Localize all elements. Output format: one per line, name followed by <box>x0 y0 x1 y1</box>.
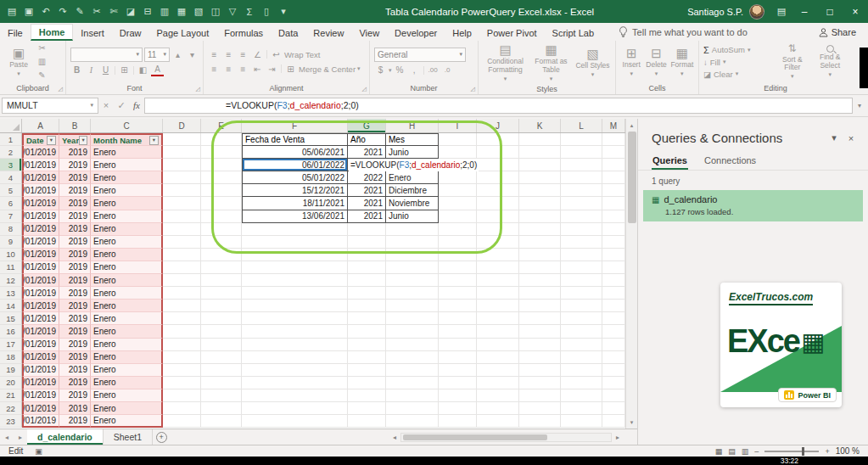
cell-I7[interactable] <box>439 210 477 223</box>
cell-F17[interactable] <box>242 339 348 351</box>
cell-C4[interactable]: Enero <box>91 171 163 184</box>
increase-indent-icon[interactable]: ⇥ <box>266 63 278 75</box>
cell-D5[interactable] <box>163 184 201 197</box>
cell-D23[interactable] <box>163 415 201 428</box>
cell-F4[interactable]: 05/01/2022 <box>242 171 348 184</box>
cell-H16[interactable] <box>386 325 439 338</box>
cell-A18[interactable]: 17/01/2019 <box>22 351 59 364</box>
cell-H12[interactable] <box>386 274 439 287</box>
cell-L16[interactable] <box>561 325 602 338</box>
cell-E10[interactable] <box>201 249 242 261</box>
ribbon-tab-draw[interactable]: Draw <box>112 25 149 41</box>
cell-H20[interactable] <box>386 377 439 389</box>
column-header-G[interactable]: G <box>348 119 386 132</box>
cell-K21[interactable] <box>519 389 561 402</box>
cell-K19[interactable] <box>519 364 561 377</box>
cell-B17[interactable]: 2019 <box>59 339 91 351</box>
cell-E23[interactable] <box>201 415 242 428</box>
cell-K13[interactable] <box>519 287 561 300</box>
page-break-view-icon[interactable]: ▥ <box>742 447 749 456</box>
filter-icon[interactable]: ▽ <box>224 0 241 23</box>
maximize-button[interactable]: □ <box>817 0 843 23</box>
select-all-button[interactable] <box>0 119 22 132</box>
cell-G17[interactable] <box>348 339 386 351</box>
ribbon-tab-script-lab[interactable]: Script Lab <box>545 25 602 41</box>
cell-H7[interactable]: Junio <box>386 210 439 223</box>
decrease-decimal-icon[interactable]: .0 <box>441 64 454 76</box>
scroll-up-icon[interactable]: ▴ <box>626 119 637 132</box>
cell-H14[interactable] <box>386 300 439 312</box>
conditional-formatting-dropdown-icon[interactable]: ▾ <box>504 76 507 82</box>
cell-B13[interactable]: 2019 <box>59 287 91 300</box>
cell-L20[interactable] <box>561 377 602 389</box>
cell-A13[interactable]: 12/01/2019 <box>22 287 59 300</box>
row-header-5[interactable]: 5 <box>0 184 22 197</box>
cell-B16[interactable]: 2019 <box>59 325 91 338</box>
increase-decimal-icon[interactable]: .00 <box>427 64 440 76</box>
cell-M6[interactable] <box>602 197 625 210</box>
cell-B2[interactable]: 2019 <box>59 146 91 159</box>
row-header-3[interactable]: 3 <box>0 159 22 171</box>
cell-H19[interactable] <box>386 364 439 377</box>
cell-K4[interactable] <box>519 171 561 184</box>
ribbon-tab-home[interactable]: Home <box>31 24 74 41</box>
row-header-10[interactable]: 10 <box>0 249 22 261</box>
cell-J18[interactable] <box>477 351 519 364</box>
cell-C8[interactable]: Enero <box>91 223 163 236</box>
column-header-A[interactable]: A <box>22 119 59 132</box>
cell-J20[interactable] <box>477 377 519 389</box>
cell-H23[interactable] <box>386 415 439 428</box>
cell-B12[interactable]: 2019 <box>59 274 91 287</box>
percent-style-icon[interactable]: % <box>394 64 406 76</box>
cell-D15[interactable] <box>163 312 201 325</box>
hscroll-left-icon[interactable]: ◂ <box>389 434 400 441</box>
fill-dropdown-icon[interactable]: ▾ <box>723 59 726 65</box>
cell-A14[interactable]: 13/01/2019 <box>22 300 59 312</box>
cell-E22[interactable] <box>201 402 242 415</box>
borders-button[interactable]: ⊞ <box>118 64 131 76</box>
cell-L4[interactable] <box>561 171 602 184</box>
hscroll-right-icon[interactable]: ▸ <box>612 434 624 441</box>
cell-A22[interactable]: 21/01/2019 <box>22 402 59 415</box>
sheet-tab-sheet1[interactable]: Sheet1 <box>104 429 153 445</box>
cell-G16[interactable] <box>348 325 386 338</box>
ribbon-tab-review[interactable]: Review <box>305 25 351 41</box>
cell-I14[interactable] <box>439 300 477 312</box>
column-header-B[interactable]: B <box>59 119 91 132</box>
cell-E12[interactable] <box>201 274 242 287</box>
column-header-I[interactable]: I <box>439 119 477 132</box>
cell-F14[interactable] <box>242 300 348 312</box>
cell-K7[interactable] <box>519 210 561 223</box>
cell-A5[interactable]: 04/01/2019 <box>22 184 59 197</box>
sort-filter-button[interactable]: ⇅ Sort & Filter ▾ <box>775 43 809 80</box>
cell-K3[interactable] <box>519 159 561 171</box>
new-file-icon[interactable]: ▯ <box>258 0 275 23</box>
row-header-4[interactable]: 4 <box>0 171 22 184</box>
comma-style-icon[interactable]: , <box>408 64 421 76</box>
cell-D8[interactable] <box>163 223 201 236</box>
tell-me-box[interactable]: Tell me what you want to do <box>619 26 748 41</box>
find-select-dropdown-icon[interactable]: ▾ <box>829 71 832 78</box>
cell-L5[interactable] <box>561 184 602 197</box>
cell-L8[interactable] <box>561 223 602 236</box>
cell-styles-button[interactable]: ▧ Cell Styles ▾ <box>575 47 611 78</box>
cell-D11[interactable] <box>163 261 201 274</box>
delete-dropdown-icon[interactable]: ▾ <box>655 70 658 77</box>
save-icon[interactable]: ▣ <box>20 0 37 23</box>
underline-button[interactable]: U <box>99 64 112 76</box>
row-header-13[interactable]: 13 <box>0 287 22 300</box>
cell-E8[interactable] <box>201 223 242 236</box>
cell-G6[interactable]: 2021 <box>348 197 386 210</box>
eraser-icon[interactable]: ◪ <box>122 0 139 23</box>
page-layout-view-icon[interactable]: ▤ <box>728 447 736 456</box>
cell-L1[interactable] <box>561 133 602 146</box>
cell-A21[interactable]: 20/01/2019 <box>22 389 59 402</box>
row-header-11[interactable]: 11 <box>0 261 22 274</box>
row-header-22[interactable]: 22 <box>0 402 22 415</box>
cell-I15[interactable] <box>439 312 477 325</box>
delete-cells-button[interactable]: ⊟ Delete ▾ <box>645 46 667 77</box>
cell-B15[interactable]: 2019 <box>59 312 91 325</box>
cell-F18[interactable] <box>242 351 348 364</box>
cell-H11[interactable] <box>386 261 439 274</box>
font-dialog-launcher[interactable]: ◿ <box>196 86 200 92</box>
